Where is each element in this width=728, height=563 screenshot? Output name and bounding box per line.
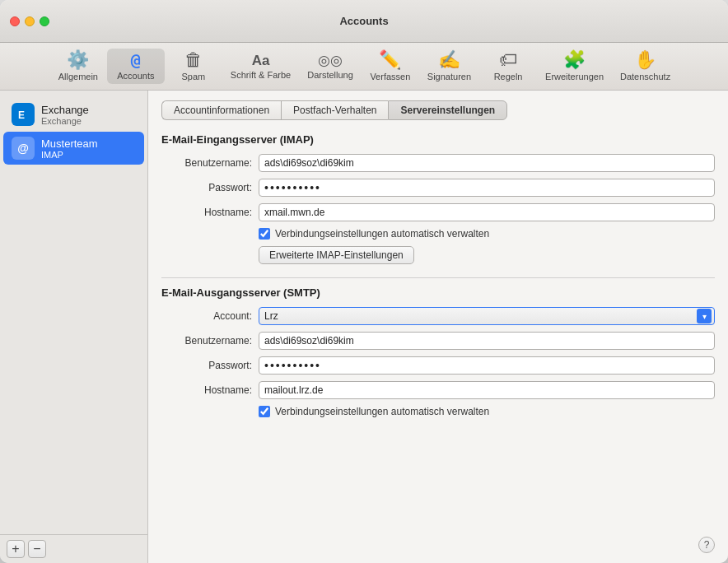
smtp-password-input[interactable] [259,356,715,375]
toolbar-item-datenschutz[interactable]: ✋ Datenschutz [612,48,679,85]
toolbar-item-allgemein[interactable]: ⚙️ Allgemein [49,48,107,85]
signaturen-label: Signaturen [427,72,471,81]
toolbar-item-schrift[interactable]: Aa Schrift & Farbe [222,50,299,83]
imap-password-label: Passwort: [161,182,252,193]
smtp-hostname-label: Hostname: [161,384,252,396]
erweiterungen-label: Erweiterungen [545,72,604,81]
verfassen-label: Verfassen [370,72,410,81]
toolbar: ⚙️ Allgemein @ Accounts 🗑 Spam Aa Schrif… [0,43,728,91]
datenschutz-label: Datenschutz [620,72,670,81]
detail-panel: Accountinformationen Postfach-Verhalten … [148,91,728,563]
musterteam-type: IMAP [41,150,98,160]
toolbar-item-darstellung[interactable]: ◎◎ Darstellung [299,50,362,83]
sidebar-item-exchange[interactable]: E Exchange Exchange [3,98,144,131]
smtp-username-label: Benutzername: [161,335,252,347]
minimize-button[interactable] [25,16,35,26]
sidebar-item-musterteam[interactable]: @ Musterteam IMAP [3,132,144,165]
smtp-account-select[interactable]: Lrz [259,307,715,325]
exchange-info: Exchange Exchange [41,104,89,126]
exchange-icon: E [12,103,35,126]
imap-password-row: Passwort: [161,179,715,197]
allgemein-label: Allgemein [58,72,98,81]
add-account-button[interactable]: + [7,540,25,558]
smtp-checkbox-label: Verbindungseinstellungen automatisch ver… [275,406,489,417]
remove-account-button[interactable]: − [28,540,46,558]
section-divider [161,277,715,278]
erweiterungen-icon: 🧩 [563,51,586,69]
regeln-label: Regeln [494,72,523,81]
window-title: Accounts [339,15,388,27]
smtp-section-title: E-Mail-Ausgangsserver (SMTP) [161,286,715,299]
toolbar-item-verfassen[interactable]: ✏️ Verfassen [362,48,419,85]
smtp-username-row: Benutzername: [161,332,715,350]
traffic-lights [10,16,49,26]
musterteam-name: Musterteam [41,137,98,150]
svg-text:E: E [18,109,25,121]
smtp-hostname-input[interactable] [259,381,715,399]
verfassen-icon: ✏️ [379,51,401,69]
datenschutz-icon: ✋ [634,51,656,69]
tab-postfach[interactable]: Postfach-Verhalten [281,100,388,120]
accounts-icon: @ [131,52,141,68]
darstellung-icon: ◎◎ [318,54,343,67]
smtp-account-label: Account: [161,310,252,322]
sidebar-footer: + − [0,534,147,563]
sidebar-account-list: E Exchange Exchange @ Musterteam I [0,91,147,534]
toolbar-item-regeln[interactable]: 🏷 Regeln [479,48,537,85]
tab-accountinfo[interactable]: Accountinformationen [161,100,281,120]
smtp-password-row: Passwort: [161,356,715,375]
toolbar-item-erweiterungen[interactable]: 🧩 Erweiterungen [537,48,612,85]
musterteam-icon: @ [12,137,35,160]
allgemein-icon: ⚙️ [67,51,89,69]
smtp-hostname-row: Hostname: [161,381,715,399]
imap-advanced-button[interactable]: Erweiterte IMAP-Einstellungen [259,246,414,264]
smtp-username-input[interactable] [259,332,715,350]
smtp-checkbox-row: Verbindungseinstellungen automatisch ver… [259,406,715,417]
spam-icon: 🗑 [184,51,203,69]
darstellung-label: Darstellung [307,70,353,80]
regeln-icon: 🏷 [499,51,517,69]
tab-servereinstellungen[interactable]: Servereinstellungen [388,100,507,120]
imap-section-title: E-Mail-Eingangsserver (IMAP) [161,133,715,146]
smtp-password-label: Passwort: [161,360,252,371]
imap-auto-checkbox[interactable] [259,228,270,240]
imap-hostname-row: Hostname: [161,203,715,221]
imap-username-input[interactable] [259,154,715,172]
musterteam-info: Musterteam IMAP [41,137,98,160]
main-content: E Exchange Exchange @ Musterteam I [0,91,728,563]
smtp-account-select-wrapper: Lrz ▾ [259,307,715,325]
maximize-button[interactable] [40,16,49,26]
smtp-account-row: Account: Lrz ▾ [161,307,715,325]
smtp-auto-checkbox[interactable] [259,406,270,417]
spam-label: Spam [181,72,205,81]
imap-checkbox-row: Verbindungseinstellungen automatisch ver… [259,228,715,240]
help-button[interactable]: ? [698,537,715,553]
imap-username-label: Benutzername: [161,157,252,169]
imap-hostname-input[interactable] [259,203,715,221]
toolbar-item-accounts[interactable]: @ Accounts [107,49,165,84]
imap-password-input[interactable] [259,179,715,197]
imap-checkbox-label: Verbindungseinstellungen automatisch ver… [275,228,489,240]
accounts-label: Accounts [117,71,154,81]
sidebar: E Exchange Exchange @ Musterteam I [0,91,148,563]
tabs-row: Accountinformationen Postfach-Verhalten … [161,100,715,120]
titlebar: Accounts [0,0,728,43]
imap-advanced-button-row: Erweiterte IMAP-Einstellungen [259,246,715,264]
imap-username-row: Benutzername: [161,154,715,172]
schrift-icon: Aa [252,54,270,67]
imap-hostname-label: Hostname: [161,207,252,218]
toolbar-item-spam[interactable]: 🗑 Spam [165,48,222,85]
exchange-type: Exchange [41,116,89,126]
exchange-name: Exchange [41,104,89,116]
schrift-label: Schrift & Farbe [231,70,291,80]
signaturen-icon: ✍️ [438,51,460,69]
close-button[interactable] [10,16,20,26]
toolbar-item-signaturen[interactable]: ✍️ Signaturen [419,48,479,85]
app-window: Accounts ⚙️ Allgemein @ Accounts 🗑 Spam … [0,0,728,563]
